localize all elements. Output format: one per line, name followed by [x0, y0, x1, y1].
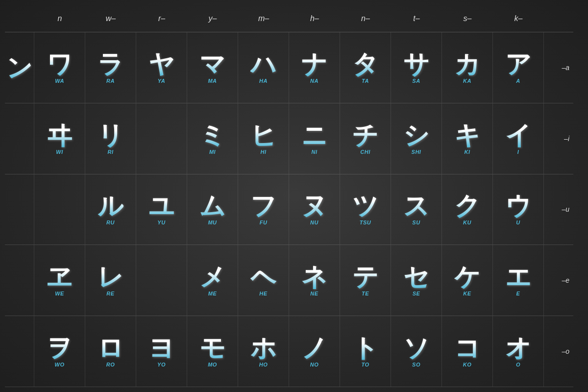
- roman-wo: WO: [55, 362, 65, 368]
- roman-shi: SHI: [412, 149, 421, 155]
- roman-u: U: [516, 220, 520, 225]
- char-ru: ル: [98, 193, 123, 219]
- char-fu: フ: [250, 193, 276, 219]
- row-i: ヰ WI リ RI ミ MI ヒ HI ニ NI チ CHI: [5, 103, 573, 174]
- header-k: k–: [493, 14, 544, 23]
- cell-ka: カ KA: [442, 32, 493, 103]
- label-u: –u: [544, 174, 573, 245]
- roman-ha: HA: [259, 78, 268, 84]
- cell-i: イ I: [493, 103, 544, 174]
- cell-so: ソ SO: [391, 316, 442, 387]
- cell-mi: ミ MI: [187, 103, 238, 174]
- char-ha: ハ: [250, 51, 276, 77]
- char-to: ト: [352, 335, 378, 361]
- label-a: –a: [544, 32, 573, 103]
- char-hi: ヒ: [250, 122, 276, 148]
- cell-ta: タ TA: [340, 32, 391, 103]
- char-yo: ヨ: [148, 335, 174, 361]
- cell-o: オ O: [493, 316, 544, 387]
- roman-wi: WI: [56, 149, 63, 155]
- roman-ru: RU: [106, 220, 115, 225]
- roman-i: I: [517, 149, 519, 155]
- cell-ri: リ RI: [85, 103, 136, 174]
- char-su: ス: [403, 193, 429, 219]
- roman-fu: FU: [260, 220, 268, 225]
- roman-ke: KE: [463, 291, 471, 296]
- char-ku: ク: [454, 193, 480, 219]
- char-n: ン: [6, 55, 32, 80]
- row-o: ヲ WO ロ RO ヨ YO モ MO ホ HO ノ NO: [5, 316, 573, 387]
- header-row: n w– r– y– m– h– n– t– s– k–: [5, 5, 573, 32]
- char-ta: タ: [352, 51, 378, 77]
- char-mi: ミ: [199, 122, 225, 148]
- cell-empty-i0: [5, 103, 34, 174]
- cell-shi: シ SHI: [391, 103, 442, 174]
- cell-he: ヘ HE: [238, 245, 289, 316]
- cell-a: ア A: [493, 32, 544, 103]
- cell-na: ナ NA: [289, 32, 340, 103]
- char-re: レ: [98, 264, 123, 290]
- roman-mo: MO: [208, 362, 217, 368]
- cell-me: メ ME: [187, 245, 238, 316]
- cell-sa: サ SA: [391, 32, 442, 103]
- cell-mu: ム MU: [187, 174, 238, 245]
- cell-empty-e0: [5, 245, 34, 316]
- cell-su: ス SU: [391, 174, 442, 245]
- char-ka: カ: [454, 51, 480, 77]
- char-ne: ネ: [301, 264, 327, 290]
- roman-e: E: [516, 291, 520, 296]
- grid-body: ン ワ WA ラ RA ヤ YA マ MA ハ HA ナ: [5, 32, 573, 387]
- cell-yo: ヨ YO: [136, 316, 187, 387]
- char-me: メ: [199, 264, 225, 290]
- char-ni: ニ: [301, 122, 327, 148]
- roman-se: SE: [413, 291, 420, 296]
- roman-he: HE: [259, 291, 267, 296]
- cell-nu: ヌ NU: [289, 174, 340, 245]
- cell-chi: チ CHI: [340, 103, 391, 174]
- label-i: –i: [544, 103, 573, 174]
- roman-ni: NI: [312, 149, 318, 155]
- char-na: ナ: [301, 51, 327, 77]
- roman-o: O: [516, 362, 520, 368]
- roman-ku: KU: [463, 220, 471, 225]
- char-wa: ワ: [47, 51, 73, 77]
- roman-ta: TA: [362, 78, 369, 84]
- char-se: セ: [403, 264, 429, 290]
- cell-ke: ケ KE: [442, 245, 493, 316]
- roman-ma: MA: [208, 78, 217, 84]
- roman-mi: MI: [209, 149, 216, 155]
- roman-nu: NU: [310, 220, 318, 225]
- cell-e: エ E: [493, 245, 544, 316]
- header-w: w–: [85, 14, 136, 23]
- roman-chi: CHI: [360, 149, 370, 155]
- roman-ko: KO: [463, 362, 472, 368]
- header-n: n: [34, 14, 85, 23]
- roman-na: NA: [310, 78, 318, 84]
- cell-fu: フ FU: [238, 174, 289, 245]
- cell-te: テ TE: [340, 245, 391, 316]
- roman-yu: YU: [157, 220, 165, 225]
- row-u: ル RU ユ YU ム MU フ FU ヌ NU ツ TSU: [5, 174, 573, 245]
- header-h: h–: [289, 14, 340, 23]
- char-mo: モ: [199, 335, 225, 361]
- char-e: エ: [505, 264, 531, 290]
- roman-ne: NE: [310, 291, 318, 296]
- cell-tsu: ツ TSU: [340, 174, 391, 245]
- header-m: m–: [238, 14, 289, 23]
- char-ra: ラ: [98, 51, 123, 77]
- char-chi: チ: [352, 122, 378, 148]
- roman-ka: KA: [463, 78, 471, 84]
- cell-n: ン: [5, 32, 34, 103]
- roman-su: SU: [412, 220, 420, 225]
- cell-ki: キ KI: [442, 103, 493, 174]
- cell-no: ノ NO: [289, 316, 340, 387]
- row-a: ン ワ WA ラ RA ヤ YA マ MA ハ HA ナ: [5, 32, 573, 103]
- cell-ma: マ MA: [187, 32, 238, 103]
- roman-me: ME: [208, 291, 217, 296]
- cell-ku: ク KU: [442, 174, 493, 245]
- cell-empty-u0: [5, 174, 34, 245]
- chart-container: n w– r– y– m– h– n– t– s– k– ン ワ WA ラ RA: [0, 0, 588, 392]
- char-ro: ロ: [98, 335, 123, 361]
- cell-wi: ヰ WI: [34, 103, 85, 174]
- roman-ki: KI: [465, 149, 470, 155]
